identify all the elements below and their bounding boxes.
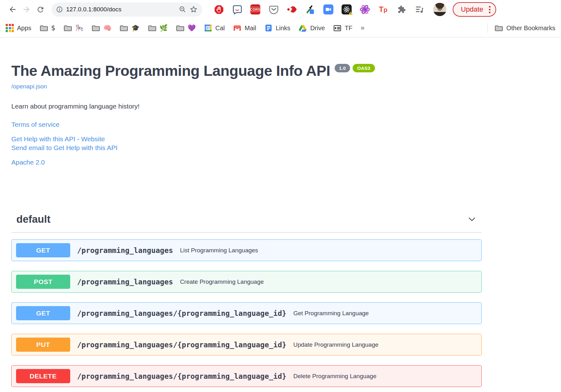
section-default-header[interactable]: default xyxy=(11,213,482,232)
zoom-camera-icon[interactable] xyxy=(323,4,334,15)
bookmark-emoji: $ xyxy=(51,25,55,31)
bookmark-label: Drive xyxy=(310,25,325,32)
bookmark-emoji: 🎠 xyxy=(75,25,83,31)
react-devtools-icon[interactable] xyxy=(341,4,352,15)
bookmark-links[interactable]: Links xyxy=(264,24,291,32)
folder-icon xyxy=(495,24,503,32)
endpoint-path[interactable]: /programming_languages/{programming_lang… xyxy=(77,341,286,349)
bookmark-emoji: 🌿 xyxy=(160,25,168,31)
color-eyedropper-icon[interactable] xyxy=(305,4,315,15)
bookmark-folder[interactable]: 🌿 xyxy=(148,24,168,32)
card-form-icon xyxy=(333,24,342,32)
chevron-down-icon[interactable] xyxy=(467,215,477,224)
section-title: default xyxy=(16,213,50,225)
method-badge[interactable]: GET xyxy=(16,306,70,320)
apps-grid-icon xyxy=(6,24,14,32)
folder-icon xyxy=(64,24,72,32)
folder-icon xyxy=(92,24,100,32)
purple-atom-icon[interactable] xyxy=(360,4,370,15)
page-title: The Amazing Programming Language Info AP… xyxy=(11,62,561,79)
bookmarks-divider xyxy=(487,23,488,33)
help-email-link[interactable]: Send email to Get Help with this API xyxy=(11,144,117,151)
endpoint-row[interactable]: GET/programming_languagesList Programmin… xyxy=(11,239,482,261)
bookmark-mail[interactable]: Mail xyxy=(233,24,256,32)
bookmark-label: Mail xyxy=(245,25,256,32)
zoom-out-icon[interactable] xyxy=(179,6,186,13)
endpoint-row[interactable]: PUT/programming_languages/{programming_l… xyxy=(11,334,482,356)
address-bar[interactable]: 127.0.0.1:8000/docs xyxy=(52,3,202,17)
cors-icon[interactable]: CORS xyxy=(250,4,261,15)
browser-toolbar: 127.0.0.1:8000/docs CORS xyxy=(0,0,561,19)
bookmark-label: Links xyxy=(276,25,291,32)
bookmark-folder[interactable]: 🎓 xyxy=(120,24,139,32)
red-share-arrow-icon[interactable] xyxy=(286,4,297,15)
profile-avatar[interactable] xyxy=(433,3,446,16)
openapi-json-link[interactable]: /openapi.json xyxy=(11,83,47,90)
bookmark-emoji: 🎓 xyxy=(131,25,139,31)
endpoint-summary: Get Programming Language xyxy=(293,310,369,317)
endpoint-path[interactable]: /programming_languages/{programming_lang… xyxy=(77,372,286,380)
endpoint-path[interactable]: /programming_languages xyxy=(77,246,173,255)
update-label: Update xyxy=(461,5,483,14)
endpoint-path[interactable]: /programming_languages/{programming_lang… xyxy=(77,309,286,317)
bookmark-folder[interactable]: 🎠 xyxy=(64,24,83,32)
endpoint-row[interactable]: POST/programming_languagesCreate Program… xyxy=(11,271,482,293)
url-text[interactable]: 127.0.0.1:8000/docs xyxy=(66,6,176,13)
method-badge[interactable]: DELETE xyxy=(16,369,70,383)
license-link[interactable]: Apache 2.0 xyxy=(11,159,45,166)
endpoint-summary: List Programming Languages xyxy=(180,247,258,254)
folder-icon xyxy=(176,24,184,32)
site-info-icon[interactable] xyxy=(56,6,63,13)
gmail-icon xyxy=(233,24,241,32)
folder-icon xyxy=(148,24,156,32)
endpoint-summary: Delete Programming Language xyxy=(293,373,377,380)
forward-button[interactable] xyxy=(20,3,33,16)
reload-button[interactable] xyxy=(33,3,47,16)
bookmark-emoji: 💜 xyxy=(188,25,196,31)
bookmark-label: Cal xyxy=(215,25,225,32)
bookmark-apps[interactable]: Apps xyxy=(6,24,31,32)
other-bookmarks-label: Other Bookmarks xyxy=(506,25,555,32)
media-queue-icon[interactable] xyxy=(414,4,425,15)
endpoint-summary: Update Programming Language xyxy=(293,341,378,348)
warning-badge-icon xyxy=(348,11,353,15)
update-button[interactable]: Update xyxy=(453,2,496,17)
bookmark-star-icon[interactable] xyxy=(190,5,198,14)
chat-bubble-icon[interactable] xyxy=(232,4,242,15)
blue-doc-icon xyxy=(264,24,273,32)
pocket-icon[interactable] xyxy=(268,4,279,15)
help-website-link[interactable]: Get Help with this API - Website xyxy=(11,135,105,143)
bookmark-cal[interactable]: 27 Cal xyxy=(204,24,225,32)
bookmark-tf[interactable]: TF xyxy=(333,24,352,32)
google-calendar-icon: 27 xyxy=(204,24,212,32)
version-badge: 1.0 xyxy=(335,64,350,72)
bookmark-folder[interactable]: $ xyxy=(40,24,55,32)
endpoint-row[interactable]: DELETE/programming_languages/{programmin… xyxy=(11,365,482,387)
bookmark-emoji: 🧠 xyxy=(103,25,111,31)
folder-icon xyxy=(120,24,128,32)
bookmark-folder[interactable]: 🧠 xyxy=(92,24,111,32)
browser-menu-icon[interactable] xyxy=(489,6,490,13)
api-docs-page: The Amazing Programming Language Info AP… xyxy=(0,37,561,387)
bookmarks-bar: Apps $🎠🧠🎓🌿💜 27 Cal Mail Links xyxy=(0,19,561,37)
google-drive-icon xyxy=(298,24,307,32)
method-badge[interactable]: POST xyxy=(16,275,70,289)
back-button[interactable] xyxy=(6,3,20,16)
other-bookmarks[interactable]: Other Bookmarks xyxy=(495,24,555,32)
oas3-badge: OAS3 xyxy=(353,64,375,72)
endpoint-summary: Create Programming Language xyxy=(180,278,264,285)
tp-icon[interactable]: Tp xyxy=(378,4,388,15)
puzzle-extensions-icon[interactable] xyxy=(396,4,407,15)
bookmark-drive[interactable]: Drive xyxy=(298,24,325,32)
bookmark-folder[interactable]: 💜 xyxy=(176,24,196,32)
bookmark-label: TF xyxy=(345,25,352,32)
method-badge[interactable]: GET xyxy=(16,243,70,257)
bookmarks-overflow-chevron[interactable]: » xyxy=(360,24,364,32)
terms-of-service-link[interactable]: Terms of service xyxy=(11,121,60,128)
adblock-icon[interactable] xyxy=(213,4,224,15)
endpoints-list: GET/programming_languagesList Programmin… xyxy=(11,239,482,387)
endpoint-row[interactable]: GET/programming_languages/{programming_l… xyxy=(11,302,482,324)
endpoint-path[interactable]: /programming_languages xyxy=(77,278,173,286)
method-badge[interactable]: PUT xyxy=(16,338,70,352)
bookmark-label: Apps xyxy=(17,25,31,32)
